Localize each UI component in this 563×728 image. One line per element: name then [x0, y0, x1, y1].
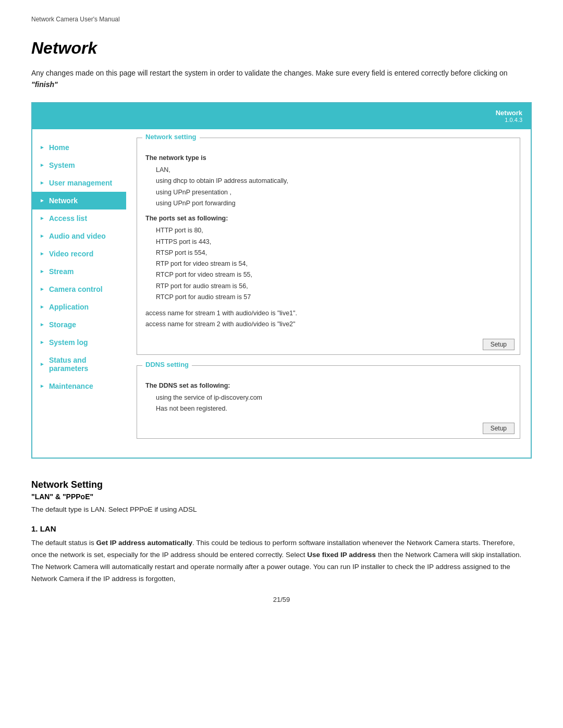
bullet-icon: ►: [40, 268, 45, 274]
bullet-icon: ►: [40, 180, 45, 186]
sidebar-item-label: Access list: [49, 214, 87, 223]
sidebar-item-storage[interactable]: ► Storage: [32, 316, 126, 334]
network-setting-section: Network Setting "LAN" & "PPPoE" The defa…: [31, 479, 532, 585]
network-type-item-1: using dhcp to obtain IP address automati…: [156, 176, 511, 187]
sidebar-item-label: Storage: [49, 320, 76, 329]
bullet-icon: ►: [40, 361, 45, 367]
bullet-icon: ►: [40, 215, 45, 221]
bullet-icon: ►: [40, 198, 45, 203]
sidebar-item-home[interactable]: ► Home: [32, 139, 126, 156]
sidebar-item-network[interactable]: ► Network: [32, 192, 126, 209]
port-item-3: RTP port for video stream is 54,: [156, 258, 511, 269]
main-content: Network setting The network type is LAN,…: [126, 129, 531, 458]
network-type-item-0: LAN,: [156, 165, 511, 176]
ddns-setting-group: DDNS setting The DDNS set as following: …: [137, 365, 520, 439]
ddns-label: The DDNS set as following:: [145, 380, 511, 391]
sidebar-item-label: Video record: [49, 250, 93, 258]
lan-heading: 1. LAN: [31, 524, 532, 533]
sidebar-item-stream[interactable]: ► Stream: [32, 263, 126, 280]
ui-top-bar: Network 1.0.4.3: [32, 103, 531, 129]
sidebar-item-label: Application: [49, 303, 89, 311]
lan-pppoe-subheading: "LAN" & "PPPoE": [31, 492, 532, 501]
ports-label: The ports set as following:: [145, 213, 511, 224]
network-setup-button[interactable]: Setup: [483, 339, 515, 350]
port-item-1: HTTPS port is 443,: [156, 237, 511, 248]
sidebar-item-label: User management: [49, 179, 112, 187]
bullet-icon: ►: [40, 144, 45, 150]
sidebar-item-video-record[interactable]: ► Video record: [32, 245, 126, 263]
ui-panel: Network 1.0.4.3 ► Home ► System ► User m…: [31, 102, 532, 459]
sidebar: ► Home ► System ► User management ► Netw…: [32, 129, 126, 458]
network-setting-title: Network setting: [142, 133, 200, 141]
sidebar-item-label: Camera control: [49, 285, 103, 293]
stream-items: access name for stream 1 with audio/vide…: [145, 308, 511, 330]
ports-items: HTTP port is 80, HTTPS port is 443, RTSP…: [145, 225, 511, 303]
sidebar-item-access-list[interactable]: ► Access list: [32, 209, 126, 227]
sidebar-item-label: Audio and video: [49, 232, 106, 240]
sidebar-item-label: Network: [49, 196, 78, 205]
sidebar-item-camera-control[interactable]: ► Camera control: [32, 280, 126, 298]
sidebar-item-system-log[interactable]: ► System log: [32, 334, 126, 351]
network-setting-group: Network setting The network type is LAN,…: [137, 138, 520, 355]
network-type-item-3: using UPnP port forwarding: [156, 198, 511, 209]
ui-version: 1.0.4.3: [496, 117, 522, 123]
stream-item-1: access name for stream 2 with audio/vide…: [145, 319, 511, 330]
sidebar-item-label: Maintenance: [49, 382, 93, 390]
port-item-4: RTCP port for video stream is 55,: [156, 269, 511, 280]
bullet-icon: ►: [40, 383, 45, 389]
network-type-item-2: using UPnP presentation ,: [156, 187, 511, 198]
lan-body-text: The default status is Get IP address aut…: [31, 537, 532, 585]
sidebar-item-label: Stream: [49, 267, 74, 276]
ddns-item-1: Has not been registered.: [156, 403, 511, 414]
page-title: Network: [31, 39, 532, 58]
sidebar-item-label: Home: [49, 143, 69, 152]
ddns-setting-body: The DDNS set as following: using the ser…: [137, 366, 520, 423]
sidebar-item-maintenance[interactable]: ► Maintenance: [32, 377, 126, 395]
ddns-items: using the service of ip-discovery.com Ha…: [145, 392, 511, 415]
port-item-5: RTP port for audio stream is 56,: [156, 281, 511, 292]
lan-pppoe-description: The default type is LAN. Select PPPoE if…: [31, 504, 532, 516]
network-type-items: LAN, using dhcp to obtain IP address aut…: [145, 165, 511, 209]
ddns-setup-button[interactable]: Setup: [483, 423, 515, 434]
ui-body: ► Home ► System ► User management ► Netw…: [32, 129, 531, 458]
sidebar-item-user-management[interactable]: ► User management: [32, 174, 126, 192]
bullet-icon: ►: [40, 251, 45, 256]
page-number: 21/59: [31, 596, 532, 603]
bullet-icon: ►: [40, 304, 45, 310]
network-setting-body: The network type is LAN, using dhcp to o…: [137, 138, 520, 339]
sidebar-item-label: Status and parameters: [49, 356, 119, 373]
bullet-icon: ►: [40, 339, 45, 345]
network-type-label: The network type is: [145, 153, 511, 164]
ddns-setting-title: DDNS setting: [142, 361, 192, 368]
intro-text: Any changes made on this page will resta…: [31, 67, 532, 91]
ddns-setup-btn-row: Setup: [137, 423, 520, 438]
sidebar-item-application[interactable]: ► Application: [32, 298, 126, 316]
network-setting-heading: Network Setting: [31, 479, 532, 490]
sidebar-item-audio-video[interactable]: ► Audio and video: [32, 227, 126, 245]
breadcrumb: Network Camera User's Manual: [31, 16, 532, 23]
network-setup-btn-row: Setup: [137, 339, 520, 354]
bullet-icon: ►: [40, 322, 45, 327]
sidebar-item-status-parameters[interactable]: ► Status and parameters: [32, 351, 126, 377]
bullet-icon: ►: [40, 286, 45, 292]
port-item-6: RTCP port for audio stream is 57: [156, 292, 511, 303]
stream-item-0: access name for stream 1 with audio/vide…: [145, 308, 511, 319]
ddns-item-0: using the service of ip-discovery.com: [156, 392, 511, 403]
port-item-2: RTSP port is 554,: [156, 248, 511, 258]
sidebar-item-label: System log: [49, 338, 88, 347]
bullet-icon: ►: [40, 233, 45, 239]
bullet-icon: ►: [40, 162, 45, 168]
port-item-0: HTTP port is 80,: [156, 225, 511, 236]
ui-top-bar-label: Network 1.0.4.3: [496, 109, 522, 123]
sidebar-item-label: System: [49, 161, 75, 169]
sidebar-item-system[interactable]: ► System: [32, 156, 126, 174]
